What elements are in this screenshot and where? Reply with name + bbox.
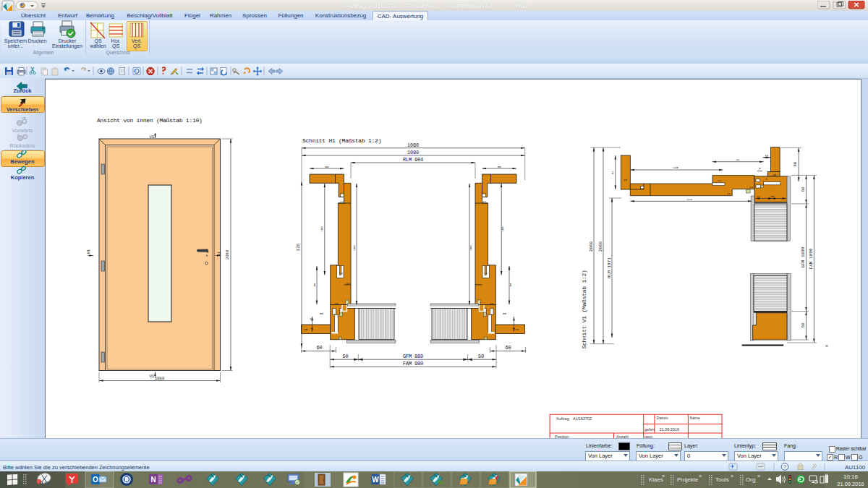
svg-text:AU1100: AU1100	[845, 464, 866, 471]
svg-text:125: 125	[296, 243, 301, 251]
svg-text:»: »	[662, 473, 665, 479]
svg-text:21.09.2016: 21.09.2016	[837, 481, 864, 487]
svg-text:16: 16	[515, 328, 519, 331]
svg-text:21.09.2016: 21.09.2016	[660, 427, 680, 432]
svg-text:V1: V1	[150, 374, 155, 379]
svg-text:GFM 880: GFM 880	[403, 354, 423, 359]
svg-text:Tools: Tools	[715, 476, 729, 483]
svg-text:?: ?	[783, 464, 786, 469]
svg-text:Org: Org	[746, 476, 755, 483]
svg-text:24: 24	[749, 186, 754, 189]
svg-text:16: 16	[773, 174, 777, 176]
svg-text:14: 14	[335, 302, 339, 305]
svg-text:60: 60	[505, 345, 511, 351]
svg-text:165: 165	[501, 226, 504, 232]
svg-text:N: N	[150, 476, 156, 484]
svg-text:RLM 904: RLM 904	[403, 157, 423, 163]
svg-text:O: O	[93, 476, 98, 484]
svg-text:86: 86	[325, 166, 329, 168]
svg-text:16: 16	[304, 328, 308, 331]
svg-text:W: W	[372, 476, 379, 484]
svg-text:165: 165	[320, 226, 323, 232]
svg-text:H1: H1	[86, 249, 91, 254]
svg-text:FAM 980: FAM 980	[403, 361, 423, 367]
svg-text:11: 11	[310, 317, 314, 320]
svg-text:1080: 1080	[407, 150, 419, 155]
svg-text:50: 50	[801, 187, 806, 192]
svg-text:8: 8	[759, 167, 761, 170]
svg-text:60: 60	[316, 345, 322, 351]
svg-text:Klaes: Klaes	[649, 476, 663, 483]
svg-text:AU163702: AU163702	[573, 416, 592, 421]
svg-text:14: 14	[490, 302, 494, 305]
svg-text:Datum: Datum	[657, 416, 669, 420]
svg-text:Projekte: Projekte	[677, 476, 699, 483]
svg-text:»: »	[699, 473, 702, 479]
svg-text:12: 12	[727, 192, 731, 195]
svg-text:FAM 1999: FAM 1999	[809, 248, 814, 269]
svg-text:296: 296	[469, 245, 472, 251]
svg-text:1080: 1080	[407, 142, 419, 148]
svg-text:50: 50	[478, 354, 484, 359]
svg-text:16: 16	[624, 179, 628, 181]
svg-text:22: 22	[339, 272, 344, 275]
svg-text:Schnitt V1 (Maßstab 1:2): Schnitt V1 (Maßstab 1:2)	[581, 270, 587, 348]
svg-text:22: 22	[718, 179, 722, 182]
svg-text:22: 22	[757, 195, 761, 198]
svg-text:11: 11	[346, 282, 351, 285]
svg-text:1080: 1080	[155, 376, 164, 381]
svg-text:gefert.: gefert.	[644, 427, 656, 432]
svg-text:2060: 2060	[589, 241, 594, 252]
svg-text:214: 214	[686, 198, 692, 201]
svg-text:296: 296	[353, 245, 356, 251]
svg-text:Auftrag: Auftrag	[556, 416, 569, 421]
svg-text:RLM 1971: RLM 1971	[607, 257, 612, 278]
svg-text:60: 60	[793, 161, 798, 167]
svg-text:41: 41	[736, 158, 740, 161]
svg-text:85: 85	[313, 283, 316, 287]
svg-text:85: 85	[320, 312, 324, 315]
svg-text:86: 86	[498, 166, 502, 168]
svg-text:Schnitt H1 (Maßstab 1:2): Schnitt H1 (Maßstab 1:2)	[302, 137, 381, 144]
svg-text:»: »	[757, 473, 760, 479]
svg-text:22: 22	[482, 200, 487, 203]
svg-text:2060: 2060	[225, 250, 230, 260]
svg-text:22: 22	[340, 200, 344, 203]
svg-text:85: 85	[509, 283, 512, 287]
svg-text:14: 14	[765, 154, 769, 157]
svg-text:50: 50	[342, 354, 348, 359]
svg-text:2060: 2060	[598, 241, 603, 252]
svg-text:22: 22	[484, 272, 488, 275]
svg-text:50: 50	[801, 322, 806, 328]
svg-text:»: »	[731, 473, 733, 479]
svg-text:V1: V1	[150, 134, 155, 140]
svg-text:85: 85	[503, 312, 507, 315]
svg-text:36: 36	[770, 195, 775, 198]
svg-text:Name: Name	[690, 416, 701, 420]
svg-text:Ansicht von innen (Maßstab 1:1: Ansicht von innen (Maßstab 1:10)	[97, 117, 203, 124]
svg-text:GFM 1899: GFM 1899	[801, 247, 806, 267]
svg-text:61: 61	[611, 171, 614, 175]
svg-text:10:16: 10:16	[843, 474, 859, 480]
svg-text:148: 148	[673, 166, 678, 169]
